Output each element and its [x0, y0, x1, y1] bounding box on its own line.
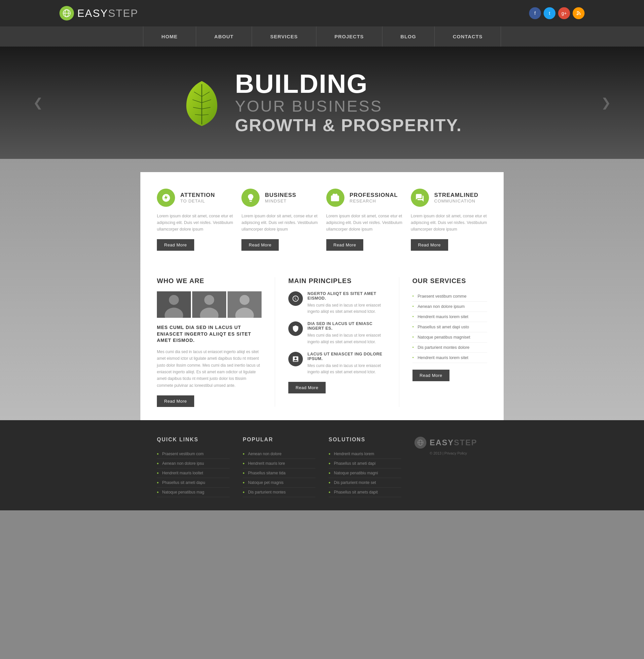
read-more-button-professional[interactable]: Read More: [326, 239, 364, 251]
feature-header-attention: ATTENTION TO DETAIL: [157, 189, 233, 207]
header: EASYSTEP f t g+: [0, 0, 644, 26]
footer-quick-links-list: Praesent vestibum com Aenean non dolore …: [157, 449, 230, 497]
who-we-are-read-more[interactable]: Read More: [157, 395, 194, 407]
svg-point-17: [204, 295, 214, 305]
feature-business: BUSINESS MINDSET Lorem ipsum dolor sit a…: [242, 189, 326, 251]
hero-next-arrow[interactable]: ❯: [595, 89, 618, 116]
feature-subtitle-attention: TO DETAIL: [180, 199, 215, 203]
our-services-title: OUR SERVICES: [413, 277, 487, 285]
services-read-more[interactable]: Read More: [413, 370, 450, 381]
read-more-button-business[interactable]: Read More: [242, 239, 279, 251]
who-we-are-images: [157, 291, 261, 318]
footer-logo-text: EASYSTEP: [430, 438, 477, 447]
feature-streamlined: STREAMLINED COMMUNICATION Lorem ipsum do…: [411, 189, 487, 251]
solution-link-4[interactable]: Dis parturient monte set: [329, 478, 401, 487]
principle-content-1: NGERTO ALIIQT ES SITET AMET EISMOD. Mes …: [307, 291, 385, 315]
logo[interactable]: EASYSTEP: [60, 6, 138, 21]
twitter-icon[interactable]: t: [544, 7, 555, 19]
principle-icon-1: [288, 291, 303, 306]
read-more-button-attention[interactable]: Read More: [157, 239, 194, 251]
footer-quick-links: QUICK LINKS Praesent vestibum com Aenean…: [157, 437, 230, 497]
principle-title-1: NGERTO ALIIQT ES SITET AMET EISMOD.: [307, 291, 385, 301]
nav-projects[interactable]: PROJECTS: [316, 26, 383, 47]
feature-title-attention: ATTENTION: [180, 192, 215, 199]
feature-text-streamlined: Lorem ipsum dolor sit amet, conse etur e…: [411, 213, 487, 232]
hero-subtitle2: GROWTH & PROSPERITY.: [235, 115, 462, 135]
principle-title-3: LACUS UT ENIASCET ING DOLORE IPSUM.: [307, 352, 385, 361]
main-wrapper: ATTENTION TO DETAIL Lorem ipsum dolor si…: [0, 159, 644, 420]
principles-read-more[interactable]: Read More: [288, 382, 326, 393]
service-item-5: Natoque penatibus magniset: [413, 332, 487, 343]
who-we-are-text: Mes cumi dia sed in lacus ut eniascet in…: [157, 348, 261, 389]
feature-title-streamlined: STREAMLINED: [434, 192, 479, 199]
svg-point-14: [169, 295, 179, 305]
footer-copyright: © 2013 | Privacy Policy: [430, 451, 467, 455]
footer: QUICK LINKS Praesent vestibum com Aenean…: [0, 420, 644, 510]
footer-inner: QUICK LINKS Praesent vestibum com Aenean…: [140, 437, 504, 497]
hero-text: BUILDING YOUR BUSINESS GROWTH & PROSPERI…: [235, 71, 462, 135]
principle-text-1: Mes cumi dia sed in lacus ut lore eniasc…: [307, 302, 385, 315]
popular-link-4[interactable]: Natoque pet magnis: [243, 478, 315, 487]
solution-link-3[interactable]: Natoque penatibiu magni: [329, 469, 401, 478]
feature-subtitle-professional: RESEARCH: [350, 199, 398, 203]
principle-content-3: LACUS UT ENIASCET ING DOLORE IPSUM. Mes …: [307, 352, 385, 375]
hero-prev-arrow[interactable]: ❮: [26, 89, 49, 116]
navigation: HOME ABOUT SERVICES PROJECTS BLOG CONTAC…: [0, 26, 644, 47]
solution-link-2[interactable]: Phasellus sit ameti dapi: [329, 459, 401, 469]
attention-icon-circle: [157, 189, 175, 207]
quick-link-3[interactable]: Hendrerit mauris looltet: [157, 469, 230, 478]
service-item-1: Praesent vestibum comme: [413, 291, 487, 301]
footer-solutions: SOLUTIONS Hendrerit mauris lorem Phasell…: [329, 437, 401, 497]
nav-about[interactable]: ABOUT: [196, 26, 252, 47]
feature-titles-streamlined: STREAMLINED COMMUNICATION: [434, 192, 479, 203]
principle-title-2: DIA SED IN LACUS UT ENIASC INGERT ES.: [307, 321, 385, 331]
nav-services[interactable]: SERVICES: [252, 26, 316, 47]
popular-link-5[interactable]: Dis parturient montes: [243, 487, 315, 497]
solution-link-5[interactable]: Phasellus sit amets dapit: [329, 487, 401, 497]
service-item-3: Hendrerit mauris lorem sitet: [413, 312, 487, 322]
feature-header-streamlined: STREAMLINED COMMUNICATION: [411, 189, 487, 207]
read-more-button-streamlined[interactable]: Read More: [411, 239, 448, 251]
footer-quick-links-title: QUICK LINKS: [157, 437, 230, 442]
mid-section: WHO WE ARE: [140, 264, 504, 420]
google-plus-icon[interactable]: g+: [558, 7, 570, 19]
quick-link-4[interactable]: Phasellus sit ameti dapu: [157, 478, 230, 487]
business-icon-circle: [242, 189, 259, 207]
solution-link-1[interactable]: Hendrerit mauris lorem: [329, 449, 401, 459]
popular-link-1[interactable]: Aenean non dolore: [243, 449, 315, 459]
logo-text: EASYSTEP: [77, 7, 138, 20]
feature-header-business: BUSINESS MINDSET: [242, 189, 318, 207]
principle-item-1: NGERTO ALIIQT ES SITET AMET EISMOD. Mes …: [288, 291, 385, 315]
nav-blog[interactable]: BLOG: [383, 26, 435, 47]
popular-link-3[interactable]: Phasellus sitame tida: [243, 469, 315, 478]
who-we-are-column: WHO WE ARE: [157, 277, 261, 407]
hero-section: ❮ BUILDING YOUR BUSINESS GROWTH & P: [0, 47, 644, 159]
quick-link-2[interactable]: Aenean non dolore ipsu: [157, 459, 230, 469]
features-section: ATTENTION TO DETAIL Lorem ipsum dolor si…: [140, 172, 504, 264]
popular-link-2[interactable]: Hendrerit mauris lore: [243, 459, 315, 469]
nav-contacts[interactable]: CONTACTS: [435, 26, 501, 47]
feature-subtitle-streamlined: COMMUNICATION: [434, 199, 479, 203]
principle-content-2: DIA SED IN LACUS UT ENIASC INGERT ES. Me…: [307, 321, 385, 345]
feature-titles: ATTENTION TO DETAIL: [180, 192, 215, 203]
svg-point-20: [240, 295, 250, 305]
principle-item-2: DIA SED IN LACUS UT ENIASC INGERT ES. Me…: [288, 321, 385, 345]
principle-icon-3: [288, 352, 303, 366]
feature-text-business: Lorem ipsum dolor sit amet, conse etur e…: [242, 213, 318, 232]
service-item-6: Dis parturient montes dolore: [413, 343, 487, 353]
service-item-4: Phasellus sit amet dapi usto: [413, 322, 487, 332]
principle-item-3: LACUS UT ENIASCET ING DOLORE IPSUM. Mes …: [288, 352, 385, 375]
social-icons: f t g+: [529, 7, 584, 19]
footer-logo-column: EASYSTEP © 2013 | Privacy Policy: [414, 437, 487, 497]
principle-text-3: Mes cumi dia sed in lacus ut lore eniasc…: [307, 363, 385, 375]
facebook-icon[interactable]: f: [529, 7, 541, 19]
quick-link-5[interactable]: Natoque penatibus mag: [157, 487, 230, 497]
nav-home[interactable]: HOME: [143, 26, 196, 47]
person-image-2: [192, 291, 226, 318]
feature-header-professional: PROFESSIONAL RESEARCH: [326, 189, 402, 207]
professional-icon-circle: [326, 189, 344, 207]
quick-link-1[interactable]: Praesent vestibum com: [157, 449, 230, 459]
footer-popular-title: POPULAR: [243, 437, 315, 442]
rss-icon[interactable]: [573, 7, 584, 19]
our-services-column: OUR SERVICES Praesent vestibum comme Aen…: [399, 277, 487, 407]
